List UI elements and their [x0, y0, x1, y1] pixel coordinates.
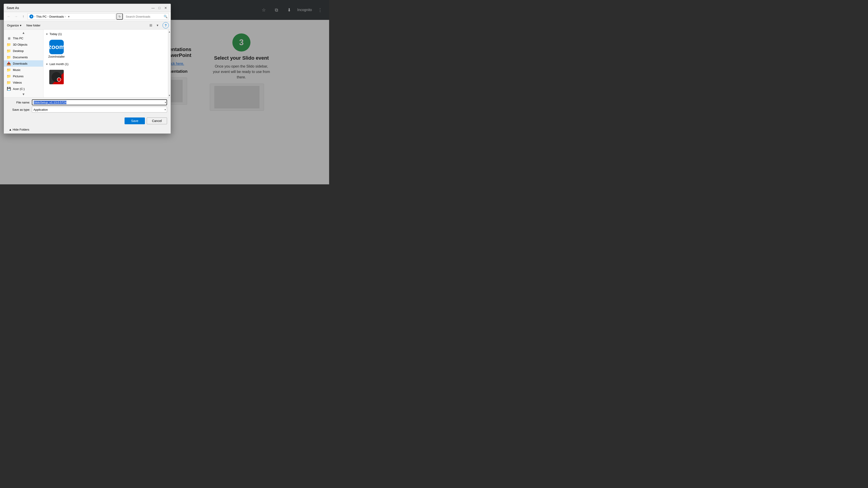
nav-item-music[interactable]: 📁 Music: [4, 67, 43, 73]
filetype-row: Save as type: Application ▾: [7, 107, 167, 112]
view-controls: ⊞ ▾: [148, 22, 161, 29]
view-chevron-btn[interactable]: ▾: [154, 22, 161, 29]
nav-label-this-pc: This PC: [13, 37, 23, 40]
nav-item-pictures[interactable]: 📁 Pictures: [4, 73, 43, 79]
breadcrumb-downloads[interactable]: Downloads: [49, 15, 64, 18]
new-folder-btn[interactable]: New folder: [25, 23, 42, 28]
filename-label: File name:: [7, 101, 30, 104]
section-lastmonth-chevron: ▼: [46, 63, 48, 66]
nav-item-this-pc[interactable]: 🖥 This PC: [4, 35, 43, 41]
organize-label: Organize: [7, 24, 19, 27]
nav-label-downloads: Downloads: [13, 62, 27, 65]
file-item-zoom[interactable]: zoom ZoomInstaller: [45, 38, 68, 60]
organize-chevron: ▾: [20, 24, 22, 27]
nav-icon-documents: 📁: [6, 55, 11, 59]
filetype-value: Application: [33, 108, 48, 111]
section-today-label: Today (1): [50, 32, 62, 36]
nav-scroll-up[interactable]: ▲: [4, 31, 43, 35]
search-input[interactable]: [124, 13, 169, 20]
nav-icon-videos: 📁: [6, 80, 11, 85]
file-item-video[interactable]: [45, 68, 68, 87]
nav-item-acer-c[interactable]: 💾 Acer (C:): [4, 86, 43, 92]
filetype-dropdown-arrow: ▾: [164, 108, 166, 111]
nav-icon-3d: 📁: [6, 42, 11, 47]
nav-label-music: Music: [13, 68, 21, 72]
back-btn[interactable]: ←: [6, 13, 12, 20]
refresh-btn[interactable]: ↻: [116, 13, 123, 20]
dialog-leftnav: ▲ 🖥 This PC 📁 3D Objects 📁 Desktop 📁 Doc…: [4, 30, 43, 97]
breadcrumb-sep1: ›: [34, 15, 35, 18]
breadcrumb-this-pc[interactable]: This PC: [36, 15, 46, 18]
files-grid-lastmonth: [45, 67, 166, 88]
nav-icon-acer: 💾: [6, 87, 11, 91]
nav-item-documents[interactable]: 📁 Documents: [4, 54, 43, 60]
search-wrapper: 🔍: [124, 13, 169, 20]
nav-label-desktop: Desktop: [13, 49, 24, 53]
dialog-main: ▲ 🖥 This PC 📁 3D Objects 📁 Desktop 📁 Doc…: [4, 30, 170, 97]
organize-btn[interactable]: Organize ▾: [6, 23, 23, 28]
breadcrumb-pc-icon: 🖥: [29, 14, 33, 19]
filetype-input-wrapper: Application ▾: [32, 107, 167, 112]
nav-icon-downloads: 📥: [6, 61, 11, 66]
filetype-dropdown[interactable]: Application ▾: [32, 107, 167, 112]
nav-label-documents: Documents: [13, 56, 28, 59]
nav-icon-music: 📁: [6, 68, 11, 72]
file-icon-zoom: zoom: [49, 40, 64, 54]
dialog-filearea: ▼ Today (1) zoom ZoomInstaller ▼ Last mo…: [43, 30, 170, 97]
nav-item-desktop[interactable]: 📁 Desktop: [4, 48, 43, 54]
filename-dropdown-arrow[interactable]: ▾: [165, 101, 166, 104]
filetype-label: Save as type:: [7, 108, 30, 111]
search-icon: 🔍: [164, 15, 167, 18]
help-btn[interactable]: ?: [162, 22, 169, 29]
organize-bar: Organize ▾ New folder ⊞ ▾ ?: [4, 21, 170, 30]
breadcrumb-bar[interactable]: 🖥 › This PC › Downloads › ▾: [27, 13, 116, 20]
dialog-titlebar: Save As — □ ✕: [4, 4, 170, 12]
forward-btn[interactable]: →: [13, 13, 19, 20]
filename-row: File name: ▾: [7, 99, 167, 105]
nav-item-videos[interactable]: 📁 Videos: [4, 79, 43, 86]
breadcrumb-end-arrow: ›: [65, 15, 66, 18]
window-controls: — □ ✕: [151, 6, 168, 10]
nav-scroll-down[interactable]: ▼: [4, 92, 43, 96]
save-button[interactable]: Save: [125, 118, 145, 124]
breadcrumb-sep2: ›: [48, 15, 49, 18]
hide-folders-arrow: ▲: [9, 128, 12, 131]
dialog-title: Save As: [6, 6, 19, 10]
hide-folders-row: ▲ Hide Folders: [4, 127, 170, 133]
nav-icon-pc: 🖥: [6, 36, 11, 40]
section-today-chevron: ▼: [46, 33, 48, 35]
nav-label-pictures: Pictures: [13, 74, 24, 78]
zoom-logo-text: zoom: [48, 43, 65, 51]
section-today[interactable]: ▼ Today (1): [45, 31, 166, 37]
file-label-zoom: ZoomInstaller: [49, 55, 65, 58]
nav-icon-desktop: 📁: [6, 48, 11, 53]
dialog-buttons: Save Cancel: [4, 116, 170, 127]
nav-item-3d-objects[interactable]: 📁 3D Objects: [4, 41, 43, 48]
filename-input[interactable]: [32, 99, 167, 105]
window-close-btn[interactable]: ✕: [163, 6, 168, 10]
hide-folders-btn[interactable]: ▲ Hide Folders: [7, 127, 31, 132]
files-grid-today: zoom ZoomInstaller: [45, 37, 166, 61]
breadcrumb-dropdown-btn[interactable]: ▾: [67, 14, 71, 19]
nav-icon-pictures: 📁: [6, 74, 11, 78]
filename-input-wrapper: ▾: [32, 99, 167, 105]
scroll-up-btn[interactable]: ▲: [168, 30, 170, 34]
up-btn[interactable]: ↑: [20, 13, 26, 20]
nav-label-videos: Videos: [13, 81, 22, 84]
nav-label-acer: Acer (C:): [13, 87, 25, 91]
scroll-down-btn[interactable]: ▼: [168, 93, 170, 97]
window-minimize-btn[interactable]: —: [151, 6, 155, 10]
cancel-button[interactable]: Cancel: [147, 118, 167, 124]
filearea-scrollbar[interactable]: ▲ ▼: [168, 30, 170, 97]
hide-folders-label: Hide Folders: [13, 128, 29, 131]
window-maximize-btn[interactable]: □: [157, 6, 162, 10]
section-lastmonth-label: Last month (1): [50, 62, 68, 66]
save-as-dialog: Save As — □ ✕ ← → ↑ 🖥 › This PC › Downlo…: [4, 4, 171, 134]
dialog-bottom: File name: ▾ Save as type: Application ▾: [4, 97, 170, 116]
view-icon-btn[interactable]: ⊞: [148, 22, 154, 29]
section-last-month[interactable]: ▼ Last month (1): [45, 61, 166, 67]
file-icon-video: [49, 70, 64, 84]
nav-item-downloads[interactable]: 📥 Downloads: [4, 60, 43, 67]
nav-label-3d: 3D Objects: [13, 43, 27, 46]
dialog-toolbar: ← → ↑ 🖥 › This PC › Downloads › ▾ ↻ 🔍: [4, 12, 170, 21]
